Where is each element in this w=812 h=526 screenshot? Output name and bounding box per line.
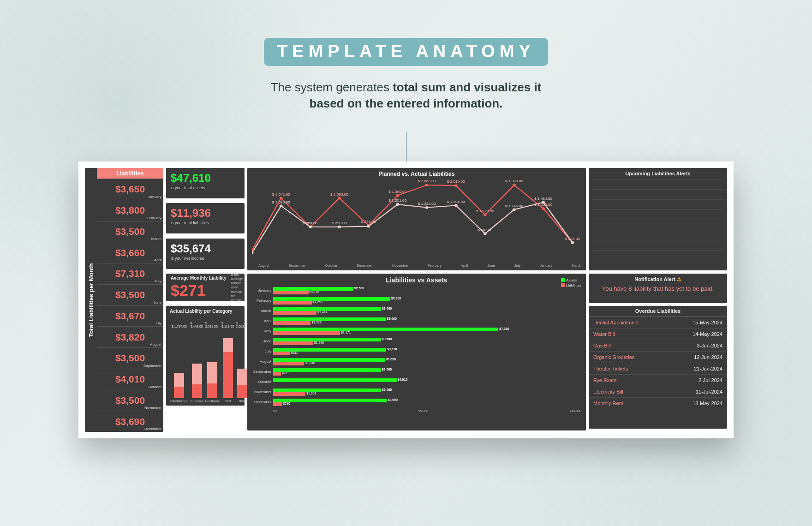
bar-value-label: $ 1,794.00 <box>172 325 187 328</box>
sidebar-month-row: $7,310May <box>97 263 163 284</box>
month-value: $3,690 <box>115 416 145 427</box>
row-month-label: November <box>252 390 273 394</box>
svg-text:$ 1,414.00: $ 1,414.00 <box>534 197 552 200</box>
line-chart-svg: $ 1,048.00$ 251.00$ 1,000.00$ 278.00$ 1,… <box>252 177 581 256</box>
svg-text:$ 290.00: $ 290.00 <box>303 221 317 225</box>
liab-value-label: $1,253 <box>313 300 322 304</box>
sidebar-month-row: $3,500June <box>97 284 163 305</box>
overdue-name: Dentist Appointment <box>593 320 639 325</box>
axis-tick: $5,000 <box>418 409 428 412</box>
overdue-name: Organic Groceries <box>593 354 634 360</box>
chart-title: Actual Liability per Category <box>170 309 241 314</box>
xaxis-label: February <box>428 263 442 268</box>
notif-message: You have 8 liability that has yet to be … <box>592 285 723 293</box>
kpi-label: is your total liabilities <box>171 221 240 225</box>
kpi-total-assets: $47,610 is your total assets <box>166 168 245 198</box>
month-label: November <box>144 406 161 410</box>
liabilities-vs-assets-chart: Liabilities vs Assets Assets Liabilities… <box>247 274 586 430</box>
alert-row-empty <box>592 189 723 199</box>
svg-text:$ 1,060.00: $ 1,060.00 <box>388 190 406 194</box>
caption: The system generates total sum and visua… <box>254 79 558 112</box>
svg-point-33 <box>425 206 429 209</box>
svg-text:$ 1,010.00: $ 1,010.00 <box>272 200 290 204</box>
asset-value-label: $3,690 <box>388 398 397 401</box>
row-month-label: July <box>252 349 273 353</box>
overdue-name: Monthly Rent <box>593 400 623 406</box>
svg-point-15 <box>484 214 487 216</box>
overdue-date: 11-Jul-2024 <box>696 389 722 394</box>
legend-swatch-assets <box>561 278 565 282</box>
asset-value-label: $3,500 <box>382 368 392 371</box>
kpi-label: is your total assets <box>171 185 240 190</box>
overdue-liabilities-panel: Overdue Liabilities Dentist Appointment1… <box>589 306 727 429</box>
xaxis-label: April <box>461 263 468 268</box>
overdue-date: 15-May-2024 <box>693 320 722 325</box>
xaxis-label: January <box>540 263 552 268</box>
category-bar: $ 3,119.00Rent <box>221 322 234 403</box>
sidebar-month-row: $4,010October <box>97 369 163 390</box>
asset-value-label: $7,310 <box>499 327 509 330</box>
svg-point-1 <box>280 197 283 200</box>
dashboard-container: Total Liabilities per Month Liabilities … <box>78 161 734 438</box>
overdue-date: 3-Jun-2024 <box>697 343 722 348</box>
xaxis-label: November <box>392 263 408 268</box>
svg-point-11 <box>425 184 429 186</box>
panel-title: Upcoming Liabilities Alerts <box>592 171 723 176</box>
asset-value-label: $3,500 <box>382 337 392 341</box>
bar-category-label: Groceries <box>190 400 203 403</box>
svg-text:$ 1,051.00: $ 1,051.00 <box>388 199 406 203</box>
overdue-row: Water Bill14-May-2024 <box>589 328 727 340</box>
svg-point-23 <box>252 252 253 255</box>
svg-point-35 <box>454 204 458 207</box>
svg-text:$ 2,010.00: $ 2,010.00 <box>447 180 465 184</box>
svg-text:$ 1,294.00: $ 1,294.00 <box>447 200 465 203</box>
svg-point-9 <box>396 194 399 197</box>
month-value: $3,500 <box>115 353 145 364</box>
liab-value-label: $2,171 <box>341 331 351 334</box>
svg-point-39 <box>513 208 516 211</box>
sidebar-month-row: $3,820August <box>97 326 163 347</box>
asset-value-label: $3,660 <box>387 317 396 320</box>
overdue-row: Monthly Rent18-May-2024 <box>589 397 727 409</box>
kpi-value: $35,674 <box>171 242 240 255</box>
bar-category-label: Rent <box>225 400 231 403</box>
xaxis-label: March <box>572 263 581 268</box>
legend-label: Assets <box>566 278 577 282</box>
row-month-label: March <box>252 309 273 313</box>
warning-icon: ⚠ <box>677 276 681 282</box>
sidebar-month-row: $3,800February <box>97 200 163 221</box>
liab-value-label: $1,051 <box>306 392 316 395</box>
sidebar-month-row: $3,660April <box>97 242 163 263</box>
svg-point-41 <box>542 201 545 204</box>
alert-row-empty <box>592 220 723 230</box>
liab-value-label: $541 <box>291 351 298 354</box>
overdue-date: 14-May-2024 <box>693 331 722 337</box>
asset-value-label: $3,500 <box>382 307 392 310</box>
month-value: $3,800 <box>115 205 145 216</box>
svg-text:$ 1,223.00: $ 1,223.00 <box>418 202 436 206</box>
line-chart-xaxis: AugustSeptemberOctoberDecemberNovemberFe… <box>258 263 581 268</box>
row-month-label: April <box>252 319 273 323</box>
overdue-row: Electricity Bill11-Jul-2024 <box>589 386 727 397</box>
svg-text:$ 1,223.00: $ 1,223.00 <box>476 209 494 213</box>
bar-category-label: Utilities <box>237 400 247 403</box>
category-bar-chart: Actual Liability per Category $ 1,794.00… <box>166 306 245 406</box>
bar-value-label: $ 2,062.00 <box>236 322 248 328</box>
sidebar-monthly-liabilities: Total Liabilities per Month Liabilities … <box>85 168 163 432</box>
month-label: July <box>155 321 161 325</box>
compare-bar-row: July$3,670$541 <box>252 347 581 357</box>
month-value: $3,500 <box>115 395 145 406</box>
sidebar-axis-label: Total Liabilities per Month <box>85 168 97 432</box>
category-bar: $ 2,519.00Healthcare <box>205 322 220 403</box>
month-value: $3,660 <box>115 247 145 258</box>
liab-value-label: $1,146 <box>310 290 319 293</box>
bar-category-label: Entertainment <box>170 400 188 403</box>
month-label: August <box>150 342 161 347</box>
chart-title: Liabilities vs Assets <box>252 276 581 284</box>
svg-point-24 <box>280 205 283 208</box>
row-month-label: September <box>252 370 273 374</box>
month-label: March <box>151 237 161 241</box>
row-month-label: May <box>252 329 273 333</box>
overdue-name: Eye Exam <box>593 377 616 383</box>
chart-title: Planned vs. Actual Liabilities <box>252 171 581 177</box>
